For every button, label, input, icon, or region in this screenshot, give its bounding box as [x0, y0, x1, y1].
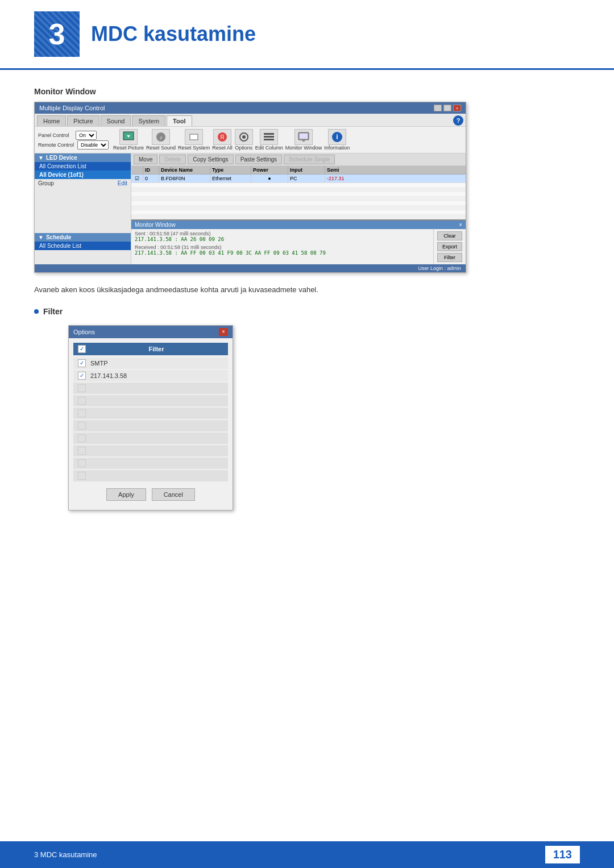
nav-tool[interactable]: Tool [167, 115, 192, 126]
filter-header-checkbox[interactable]: ✓ [78, 345, 86, 353]
delete-btn[interactable]: Delete [159, 155, 186, 164]
monitor-window-icon[interactable] [294, 129, 313, 145]
nav-picture[interactable]: Picture [67, 115, 99, 126]
nav-system[interactable]: System [132, 115, 165, 126]
th-checkbox [131, 166, 143, 174]
edit-column-group: Edit Column [255, 129, 283, 151]
filter-section-label: Filter [34, 307, 580, 316]
action-bar: Move Delete Copy Settings Paste Settings… [131, 153, 466, 166]
panel-control-select[interactable]: On [76, 131, 97, 140]
svg-rect-11 [264, 136, 274, 138]
led-device-label: LED Device [46, 155, 77, 161]
td-type-1: Ethernet [210, 175, 251, 182]
log-sent-data: 217.141.3.58 : AA 26 00 09 26 [135, 236, 430, 242]
filter-row-empty-4 [73, 420, 228, 431]
options-title: Options [73, 329, 95, 335]
svg-text:i: i [336, 133, 338, 141]
mdc-nav: Home Picture Sound System Tool ? [35, 114, 466, 127]
information-icon[interactable]: i [328, 129, 346, 145]
log-sent-time: Sent : 00:51:58 (47 milli seconds) [135, 231, 430, 236]
apply-button[interactable]: Apply [106, 488, 146, 501]
monitor-popup-close[interactable]: × [459, 222, 462, 228]
all-connection-list[interactable]: All Connection List [35, 162, 131, 171]
mdc-sidebar: ▼ LED Device All Connection List All Dev… [35, 153, 131, 264]
monitor-popup-header: Monitor Window × [131, 221, 466, 229]
all-device-list[interactable]: All Device (1of1) [35, 171, 131, 179]
export-btn[interactable]: Export [437, 242, 462, 251]
td-semi-1: -217.31 [325, 175, 466, 182]
svg-rect-14 [300, 134, 308, 139]
schedule-label: Schedule [46, 234, 71, 240]
cancel-button[interactable]: Cancel [152, 488, 195, 501]
filter-checkbox-empty-4[interactable] [78, 422, 86, 430]
reset-picture-group: Reset Picture [113, 129, 144, 151]
log-recv-time: Received : 00:51:58 (31 milli seconds) [135, 244, 430, 250]
copy-settings-btn[interactable]: Copy Settings [188, 155, 233, 164]
paste-settings-btn[interactable]: Paste Settings [235, 155, 282, 164]
empty-row-1 [131, 183, 466, 188]
reset-picture-label: Reset Picture [113, 145, 144, 151]
options-group: Options [235, 129, 253, 151]
table-row-1[interactable]: ☑ 0 B.FD6F0N Ethernet ● PC -217.31 [131, 175, 466, 183]
reset-sound-label: Reset Sound [146, 145, 176, 151]
filter-checkbox-empty-1[interactable] [78, 384, 86, 392]
options-close-btn[interactable]: × [219, 328, 228, 336]
td-id-1: 0 [143, 175, 159, 182]
td-checkbox-1: ☑ [131, 175, 143, 182]
filter-checkbox-empty-5[interactable] [78, 434, 86, 442]
monitor-window-label-icon: Monitor Window [285, 145, 322, 151]
svg-text:♪: ♪ [160, 134, 163, 140]
help-btn[interactable]: ? [453, 115, 463, 126]
filter-checkbox-ip[interactable]: ✓ [78, 372, 86, 380]
reset-system-group: Reset System [178, 129, 210, 151]
filter-header-checkbox-col: ✓ [78, 345, 89, 353]
content-area: Monitor Window Multiple Display Control … [0, 87, 614, 510]
remote-control-select[interactable]: Disable [77, 140, 109, 149]
mdc-main: Move Delete Copy Settings Paste Settings… [131, 153, 466, 264]
filter-row-ip: ✓ 217.141.3.58 [73, 370, 228, 381]
th-semi: Semi [325, 166, 466, 174]
filter-checkbox-smtp[interactable]: ✓ [78, 359, 86, 367]
filter-checkbox-empty-7[interactable] [78, 459, 86, 467]
move-btn[interactable]: Move [134, 155, 157, 164]
filter-row-empty-8 [73, 470, 228, 481]
reset-sound-icon[interactable]: ♪ [152, 129, 170, 145]
empty-row-7 [131, 210, 466, 215]
monitor-popup-title: Monitor Window [135, 222, 176, 228]
filter-checkbox-empty-3[interactable] [78, 409, 86, 417]
filter-checkbox-empty-8[interactable] [78, 472, 86, 480]
maximize-btn[interactable]: □ [443, 105, 451, 111]
edit-column-icon[interactable] [260, 129, 278, 145]
close-btn[interactable]: × [453, 105, 461, 111]
filter-row-empty-7 [73, 458, 228, 469]
filter-checkbox-empty-2[interactable] [78, 397, 86, 405]
reset-system-icon[interactable] [185, 129, 203, 145]
svg-text:R: R [220, 134, 224, 140]
filter-label: Filter [43, 307, 63, 316]
toolbar-icons: Reset Picture ♪ Reset Sound Reset System [113, 129, 350, 151]
td-power-1: ● [251, 175, 288, 182]
reset-all-group: R Reset All [212, 129, 233, 151]
options-icon[interactable] [235, 129, 253, 145]
reset-picture-icon[interactable] [119, 129, 138, 145]
monitor-window-label: Monitor Window [34, 87, 580, 96]
group-label: Group [38, 180, 54, 186]
filter-checkbox-empty-6[interactable] [78, 447, 86, 455]
all-schedule-list[interactable]: All Schedule List [35, 242, 131, 250]
reset-all-icon[interactable]: R [213, 129, 231, 145]
empty-row-4 [131, 197, 466, 201]
filter-row-smtp: ✓ SMTP [73, 358, 228, 369]
clear-btn[interactable]: Clear [437, 231, 462, 240]
nav-sound[interactable]: Sound [101, 115, 131, 126]
schedule-single-btn[interactable]: Schedule Single [284, 155, 335, 164]
monitor-popup-actions: Clear Export Filter [433, 229, 466, 264]
empty-row-6 [131, 206, 466, 210]
page-header: 3 MDC kasutamine [0, 0, 614, 70]
mdc-window: Multiple Display Control _ □ × Home Pict… [34, 102, 466, 273]
nav-home[interactable]: Home [37, 115, 66, 126]
edit-label[interactable]: Edit [118, 180, 127, 186]
chapter-number: 3 [34, 11, 80, 57]
minimize-btn[interactable]: _ [434, 105, 442, 111]
svg-rect-12 [264, 139, 274, 140]
filter-btn[interactable]: Filter [437, 253, 462, 262]
